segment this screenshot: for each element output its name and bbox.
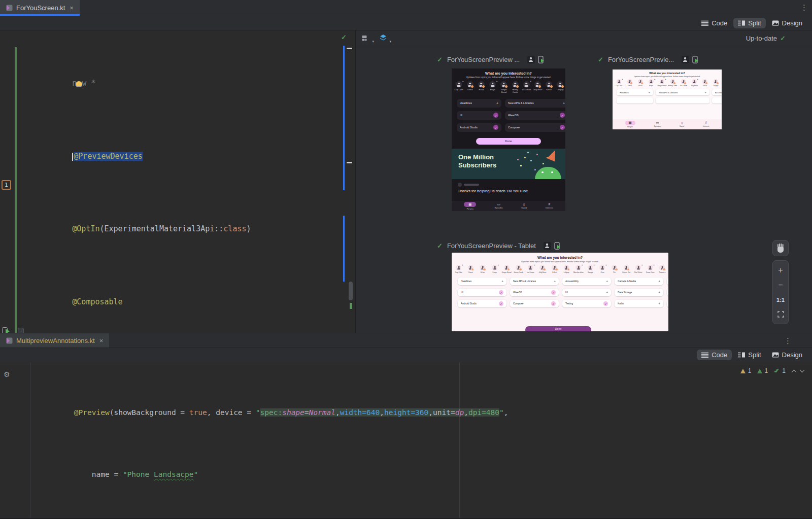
preview-header-foldable[interactable]: ✓ ForYouScreenPrevie... (598, 56, 699, 63)
avatar-icon (539, 265, 545, 270)
mode-split-button[interactable]: Split (733, 18, 765, 28)
author-avatar: Ginger Bread (500, 265, 513, 273)
bottom-mode-bar: Code Split Design (0, 348, 812, 362)
gutter-cell[interactable] (0, 106, 26, 179)
nav-icon (464, 202, 476, 207)
topic-chip: WearOS (505, 111, 565, 120)
nav-icon (523, 203, 525, 206)
tab-label: MultipreviewAnnotations.kt (16, 337, 95, 344)
code-token: , (335, 408, 340, 417)
run-preview-icon[interactable] (692, 56, 699, 63)
bottom-editor[interactable]: @Preview(showBackground = true, device =… (0, 362, 812, 518)
kebab-menu-icon[interactable]: ⋮ (800, 3, 808, 12)
interactive-preview-icon[interactable] (544, 242, 551, 250)
gutter-cell[interactable] (0, 431, 30, 493)
author-avatar: Lollipop (710, 79, 721, 87)
preview-header-tablet[interactable]: ✓ ForYouScreenPreview - Tablet (437, 242, 561, 250)
author-avatar: Snow Cone (645, 265, 657, 273)
code-token: Normal (309, 408, 335, 417)
bottom-editor-code[interactable]: @Preview(showBackground = true, device =… (0, 362, 812, 518)
author-avatar: Froyo (487, 81, 498, 94)
avatar-icon (599, 265, 605, 270)
topic-chip: Camera & Media (615, 278, 663, 285)
code-token: " (256, 408, 260, 417)
mode-code-button[interactable]: Code (697, 350, 732, 360)
run-preview-icon[interactable] (538, 56, 545, 63)
android-mascot-icon (535, 167, 561, 179)
avatar-icon (627, 79, 632, 84)
gutter-cell[interactable]: 1 (0, 178, 26, 251)
run-preview-icon[interactable] (554, 242, 561, 250)
author-avatar: Pie (608, 265, 621, 273)
avatar-icon (456, 265, 461, 270)
scrollbar-thumb[interactable] (349, 282, 353, 300)
nav-icon (497, 203, 500, 206)
code-line: @Preview(showBackground = true, device =… (0, 369, 812, 431)
preview-status[interactable]: Up-to-date ✓ (746, 34, 786, 42)
avatar-icon (557, 81, 563, 88)
confetti-decoration (524, 157, 526, 158)
avatar-icon (576, 265, 581, 270)
fit-icon (777, 311, 784, 318)
zoom-out-button[interactable]: − (773, 278, 788, 292)
code-token: height=360 (384, 408, 428, 417)
gutter-cell[interactable] (0, 251, 26, 324)
fold-marker[interactable] (18, 328, 24, 333)
chip-action-icon (606, 280, 608, 283)
interests-subtitle: Updates from topics you follow will appe… (452, 76, 565, 79)
no-problems-check-icon[interactable]: ✓ (341, 33, 347, 41)
layers-icon[interactable]: ▾ (379, 34, 389, 43)
avatar-icon (659, 265, 665, 270)
top-editor-code[interactable]: nw * @PreviewDevices 1 @OptIn(Experiment… (0, 30, 344, 333)
tab-multipreviewannotations[interactable]: MultipreviewAnnotations.kt × (0, 333, 109, 348)
interactive-preview-icon[interactable] (682, 56, 689, 63)
chip-action-icon (658, 291, 660, 294)
mode-split-button[interactable]: Split (733, 350, 765, 360)
tab-foryouscreen[interactable]: ForYouScreen.kt × (0, 0, 80, 16)
gutter-cell[interactable] (0, 369, 30, 431)
author-avatar: Eclair (635, 79, 646, 87)
code-token: @Preview (74, 408, 110, 417)
author-avatar: Honey Comb (667, 79, 678, 87)
pan-tool-button[interactable] (772, 240, 789, 256)
preview-header-phone[interactable]: ✓ ForYouScreenPreview ... (437, 56, 545, 63)
inspections-widget[interactable]: 1 1 ✓✓ 1 (737, 367, 804, 374)
preview-render-phone[interactable]: What are you interested in? Updates from… (452, 68, 565, 211)
topic-chip: Accessibility (562, 278, 611, 285)
clipped-chip-row (617, 97, 718, 103)
top-editor[interactable]: nw * @PreviewDevices 1 @OptIn(Experiment… (0, 30, 355, 333)
mode-design-button[interactable]: Design (767, 350, 807, 360)
prev-issue-icon[interactable] (792, 369, 797, 374)
scroll-marker (350, 303, 352, 309)
next-issue-icon[interactable] (800, 367, 805, 372)
zoom-actual-size-button[interactable]: 1:1 (773, 292, 788, 307)
code-token: Landsacpe (154, 470, 194, 478)
topic-chip: UI (458, 289, 506, 296)
view-options-icon[interactable]: ▾ (362, 34, 372, 43)
chip-action-icon (649, 91, 650, 94)
topic-chip: Kotlin (615, 300, 663, 307)
bottom-nav-item: Episodes (495, 203, 503, 210)
author-avatar: KitKat (700, 79, 710, 87)
preview-render-foldable[interactable]: What are you interested in? Updates from… (613, 70, 722, 129)
chip-action-icon (496, 101, 498, 105)
topic-chip: New APIs & Libraries (656, 89, 709, 95)
bottom-nav-item: Episodes (654, 121, 661, 127)
top-mode-bar: Code Split Design (0, 16, 812, 30)
preview-render-tablet[interactable]: What are you interested in? Updates from… (452, 253, 668, 331)
gutter-cell[interactable] (0, 493, 30, 518)
weak-warning-count: 1 (765, 367, 768, 374)
close-icon[interactable]: × (99, 337, 104, 344)
mode-code-button[interactable]: Code (697, 18, 732, 28)
code-token: , (380, 408, 384, 417)
author-avatar: Ice Cream (525, 265, 537, 273)
close-icon[interactable]: × (70, 4, 74, 12)
zoom-in-button[interactable]: + (773, 263, 788, 278)
mode-design-button[interactable]: Design (767, 18, 807, 28)
zoom-to-fit-button[interactable] (773, 307, 788, 322)
author-avatar: KitKat (549, 265, 561, 273)
interactive-preview-icon[interactable] (527, 56, 535, 63)
gutter-cell[interactable] (0, 32, 26, 106)
kebab-menu-icon[interactable]: ⋮ (784, 336, 792, 345)
code-line: 1 @OptIn(ExperimentalMaterial3Api::class… (0, 178, 344, 251)
